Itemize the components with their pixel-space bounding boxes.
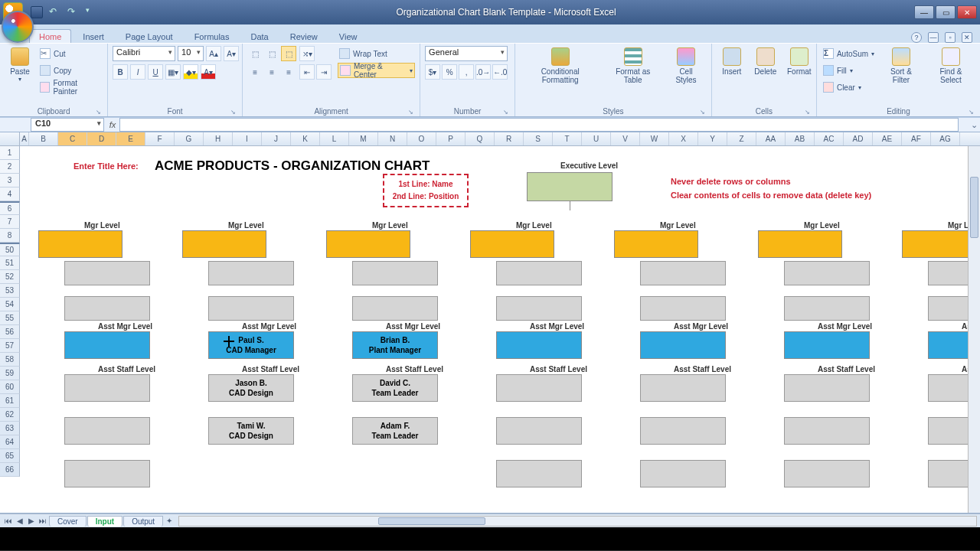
- row-header-60[interactable]: 60: [0, 380, 20, 394]
- mgr-box[interactable]: [614, 230, 698, 258]
- align-top-button[interactable]: ⬚: [247, 46, 263, 61]
- staff-box[interactable]: [496, 261, 582, 285]
- mgr-box[interactable]: [758, 230, 842, 258]
- row-header-62[interactable]: 62: [0, 408, 20, 422]
- cell-styles-button[interactable]: Cell Styles: [665, 46, 707, 86]
- save-icon[interactable]: [31, 6, 43, 18]
- asst-staff-box[interactable]: Tami W.CAD Design: [208, 417, 294, 445]
- clear-button[interactable]: Clear▾: [822, 80, 876, 95]
- autosum-button[interactable]: ΣAutoSum▾: [822, 46, 876, 61]
- col-header-I[interactable]: I: [233, 132, 262, 145]
- merge-center-button[interactable]: Merge & Center▾: [338, 63, 415, 78]
- font-name-select[interactable]: Calibri: [113, 46, 175, 61]
- row-header-1[interactable]: 1: [0, 146, 20, 160]
- font-size-select[interactable]: 10: [178, 46, 204, 61]
- asst-staff-box[interactable]: [496, 460, 582, 487]
- border-button[interactable]: ▦▾: [165, 64, 181, 80]
- fill-button[interactable]: Fill▾: [822, 63, 876, 78]
- tab-review[interactable]: Review: [280, 29, 328, 43]
- col-header-P[interactable]: P: [436, 132, 466, 145]
- asst-staff-box[interactable]: [64, 374, 150, 402]
- col-header-Y[interactable]: Y: [698, 132, 727, 145]
- row-header-55[interactable]: 55: [0, 311, 20, 325]
- col-header-D[interactable]: D: [87, 132, 116, 145]
- staff-box[interactable]: [352, 261, 438, 285]
- asst-staff-box[interactable]: [496, 417, 582, 445]
- row-header-4[interactable]: 4: [0, 187, 20, 201]
- asst-staff-box[interactable]: [784, 460, 870, 487]
- ribbon-restore-icon[interactable]: ▫: [945, 32, 956, 43]
- fill-color-button[interactable]: ◆▾: [183, 64, 198, 80]
- asst-staff-box[interactable]: [64, 417, 150, 445]
- number-format-select[interactable]: General: [425, 46, 508, 61]
- tab-nav-prev[interactable]: ◀: [15, 516, 25, 527]
- col-header-C[interactable]: C: [58, 132, 87, 145]
- staff-box[interactable]: [208, 261, 294, 285]
- underline-button[interactable]: U: [148, 64, 163, 80]
- tab-view[interactable]: View: [329, 29, 368, 43]
- col-header-AA[interactable]: AA: [756, 132, 786, 145]
- mgr-box[interactable]: [38, 230, 122, 258]
- col-header-W[interactable]: W: [640, 132, 669, 145]
- sort-filter-button[interactable]: Sort & Filter: [879, 46, 923, 86]
- col-header-H[interactable]: H: [204, 132, 233, 145]
- sheet-tab-cover[interactable]: Cover: [49, 516, 87, 527]
- bold-button[interactable]: B: [113, 64, 128, 80]
- sheet-tab-input[interactable]: Input: [87, 516, 122, 527]
- asst-mgr-box[interactable]: [784, 331, 870, 359]
- font-color-button[interactable]: A▾: [201, 64, 216, 80]
- row-header-50[interactable]: 50: [0, 243, 20, 256]
- sheet-tab-output[interactable]: Output: [123, 516, 163, 527]
- fx-icon[interactable]: fx: [106, 120, 119, 129]
- formula-input[interactable]: [119, 118, 959, 132]
- tab-nav-last[interactable]: ⏭: [38, 516, 48, 527]
- col-header-AG[interactable]: AG: [931, 132, 960, 145]
- increase-decimal-button[interactable]: .0→: [475, 64, 491, 80]
- tab-insert[interactable]: Insert: [73, 29, 114, 43]
- asst-mgr-box[interactable]: Brian B.Plant Manager: [352, 331, 438, 359]
- col-header-Z[interactable]: Z: [727, 132, 756, 145]
- align-right-button[interactable]: ≡: [281, 64, 296, 80]
- format-as-table-button[interactable]: Format as Table: [603, 46, 662, 86]
- col-header-R[interactable]: R: [495, 132, 524, 145]
- close-button[interactable]: ✕: [957, 5, 977, 19]
- align-center-button[interactable]: ≡: [264, 64, 279, 80]
- office-button[interactable]: [2, 11, 34, 43]
- col-header-AD[interactable]: AD: [844, 132, 873, 145]
- col-header-J[interactable]: J: [262, 132, 291, 145]
- row-header-8[interactable]: 8: [0, 229, 20, 243]
- hscroll-thumb[interactable]: [378, 517, 485, 525]
- col-header-S[interactable]: S: [524, 132, 553, 145]
- asst-staff-box[interactable]: Adam F.Team Leader: [352, 417, 438, 445]
- staff-box[interactable]: [640, 296, 726, 321]
- col-header-AC[interactable]: AC: [815, 132, 844, 145]
- row-header-7[interactable]: 7: [0, 215, 20, 229]
- row-headers[interactable]: 1234678505152535455565758596061626364656…: [0, 146, 20, 477]
- asst-staff-box[interactable]: [784, 374, 870, 402]
- row-header-52[interactable]: 52: [0, 270, 20, 284]
- staff-box[interactable]: [784, 261, 870, 285]
- row-header-3[interactable]: 3: [0, 174, 20, 187]
- asst-staff-box[interactable]: Jason B.CAD Design: [208, 374, 294, 402]
- row-header-57[interactable]: 57: [0, 339, 20, 353]
- col-header-B[interactable]: B: [29, 132, 58, 145]
- align-left-button[interactable]: ≡: [247, 64, 263, 80]
- col-header-A[interactable]: A: [20, 132, 29, 145]
- col-header-M[interactable]: M: [349, 132, 378, 145]
- decrease-decimal-button[interactable]: ←.0: [492, 64, 508, 80]
- tab-home[interactable]: Home: [29, 29, 71, 43]
- delete-cells-button[interactable]: Delete: [750, 46, 781, 77]
- qat-dropdown-icon[interactable]: ▾: [86, 6, 98, 18]
- col-header-V[interactable]: V: [611, 132, 640, 145]
- horizontal-scrollbar[interactable]: [178, 516, 977, 527]
- cut-button[interactable]: ✂Cut: [38, 46, 103, 61]
- decrease-indent-button[interactable]: ⇤: [299, 64, 315, 80]
- exec-box[interactable]: [527, 172, 612, 201]
- format-painter-button[interactable]: Format Painter: [38, 80, 103, 95]
- asst-mgr-box[interactable]: [640, 331, 726, 359]
- ribbon-minimize-icon[interactable]: —: [928, 32, 939, 43]
- percent-button[interactable]: %: [442, 64, 457, 80]
- col-header-E[interactable]: E: [116, 132, 145, 145]
- name-box[interactable]: C10: [31, 118, 104, 132]
- col-header-AE[interactable]: AE: [873, 132, 902, 145]
